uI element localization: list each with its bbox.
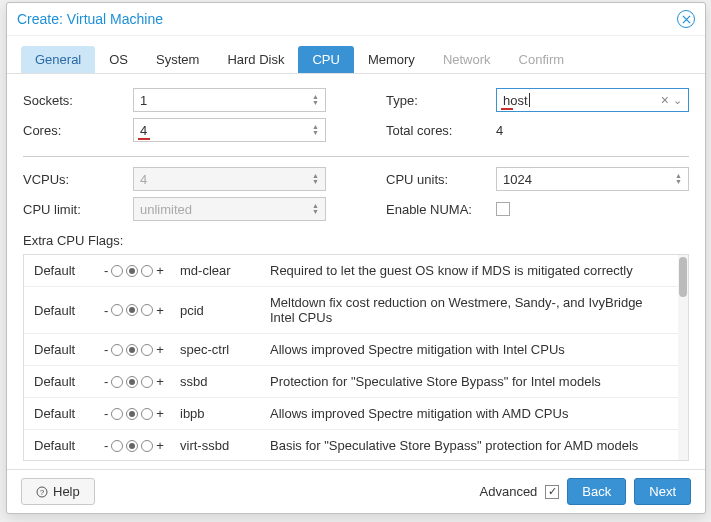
- flag-desc: Allows improved Spectre mitigation with …: [270, 342, 668, 357]
- dialog-footer: ? Help Advanced ✓ Back Next: [7, 469, 705, 513]
- flag-row: Default - + spec-ctrl Allows improved Sp…: [24, 334, 678, 366]
- sockets-value: 1: [140, 93, 147, 108]
- enable-numa-label: Enable NUMA:: [386, 202, 486, 217]
- flag-row: Default - + pcid Meltdown fix cost reduc…: [24, 287, 678, 334]
- spinner-icon[interactable]: ▲▼: [312, 94, 319, 106]
- wizard-tabs: General OS System Hard Disk CPU Memory N…: [7, 36, 705, 74]
- cpu-limit-label: CPU limit:: [23, 202, 123, 217]
- back-button[interactable]: Back: [567, 478, 626, 505]
- type-value: host: [503, 93, 528, 108]
- flag-row: Default - + ssbd Protection for "Specula…: [24, 366, 678, 398]
- flag-tri-toggle[interactable]: - +: [104, 342, 180, 357]
- flags-scrollbar[interactable]: [678, 255, 688, 460]
- flag-state: Default: [34, 406, 104, 421]
- help-button[interactable]: ? Help: [21, 478, 95, 505]
- cpu-units-input[interactable]: 1024 ▲▼: [496, 167, 689, 191]
- flag-tri-toggle[interactable]: - +: [104, 263, 180, 278]
- dialog-title: Create: Virtual Machine: [17, 11, 163, 27]
- flag-tri-toggle[interactable]: - +: [104, 406, 180, 421]
- clear-icon[interactable]: ×: [661, 92, 673, 108]
- cores-input[interactable]: 4 ▲▼: [133, 118, 326, 142]
- flag-name: ibpb: [180, 406, 270, 421]
- back-label: Back: [582, 484, 611, 499]
- flag-desc: Basis for "Speculative Store Bypass" pro…: [270, 438, 668, 453]
- flag-row: Default - + md-clear Required to let the…: [24, 255, 678, 287]
- close-icon: [682, 15, 691, 24]
- flag-state: Default: [34, 438, 104, 453]
- next-label: Next: [649, 484, 676, 499]
- sockets-label: Sockets:: [23, 93, 123, 108]
- tab-system[interactable]: System: [142, 46, 213, 73]
- cpu-units-label: CPU units:: [386, 172, 486, 187]
- flag-desc: Required to let the guest OS know if MDS…: [270, 263, 668, 278]
- spinner-icon[interactable]: ▲▼: [312, 173, 319, 185]
- scrollbar-thumb[interactable]: [679, 257, 687, 297]
- flag-tri-toggle[interactable]: - +: [104, 438, 180, 453]
- chevron-down-icon[interactable]: ⌄: [673, 94, 682, 107]
- tab-cpu[interactable]: CPU: [298, 46, 353, 73]
- type-label: Type:: [386, 93, 486, 108]
- spinner-icon[interactable]: ▲▼: [312, 124, 319, 136]
- cpu-limit-input[interactable]: unlimited ▲▼: [133, 197, 326, 221]
- enable-numa-checkbox[interactable]: [496, 202, 510, 216]
- tab-network: Network: [429, 46, 505, 73]
- advanced-cpu-grid: VCPUs: 4 ▲▼ CPU units: 1024 ▲▼ CPU limit…: [23, 167, 689, 221]
- titlebar: Create: Virtual Machine: [7, 3, 705, 36]
- basic-cpu-grid: Sockets: 1 ▲▼ Type: host × ⌄ Cores: 4 ▲▼…: [23, 88, 689, 142]
- advanced-checkbox[interactable]: ✓: [545, 485, 559, 499]
- tab-memory[interactable]: Memory: [354, 46, 429, 73]
- flag-tri-toggle[interactable]: - +: [104, 303, 180, 318]
- flag-row: Default - + ibpb Allows improved Spectre…: [24, 398, 678, 430]
- vcpus-label: VCPUs:: [23, 172, 123, 187]
- help-icon: ?: [36, 486, 48, 498]
- flag-desc: Protection for "Speculative Store Bypass…: [270, 374, 668, 389]
- next-button[interactable]: Next: [634, 478, 691, 505]
- flag-state: Default: [34, 374, 104, 389]
- tab-os[interactable]: OS: [95, 46, 142, 73]
- vcpus-input[interactable]: 4 ▲▼: [133, 167, 326, 191]
- flag-state: Default: [34, 342, 104, 357]
- help-label: Help: [53, 484, 80, 499]
- divider: [23, 156, 689, 157]
- total-cores-label: Total cores:: [386, 123, 486, 138]
- cpu-units-value: 1024: [503, 172, 532, 187]
- spinner-icon[interactable]: ▲▼: [675, 173, 682, 185]
- flag-name: spec-ctrl: [180, 342, 270, 357]
- flag-row: Default - + virt-ssbd Basis for "Specula…: [24, 430, 678, 460]
- vcpus-value: 4: [140, 172, 147, 187]
- close-button[interactable]: [677, 10, 695, 28]
- svg-text:?: ?: [40, 488, 45, 497]
- cpu-type-combobox[interactable]: host × ⌄: [496, 88, 689, 112]
- flag-state: Default: [34, 303, 104, 318]
- flag-name: pcid: [180, 303, 270, 318]
- cpu-limit-value: unlimited: [140, 202, 192, 217]
- flag-state: Default: [34, 263, 104, 278]
- flag-desc: Meltdown fix cost reduction on Westmere,…: [270, 295, 668, 325]
- tab-confirm: Confirm: [505, 46, 579, 73]
- flag-tri-toggle[interactable]: - +: [104, 374, 180, 389]
- total-cores-value: 4: [496, 123, 689, 138]
- tab-general[interactable]: General: [21, 46, 95, 73]
- sockets-input[interactable]: 1 ▲▼: [133, 88, 326, 112]
- cores-value: 4: [140, 123, 147, 138]
- flags-table: Default - + md-clear Required to let the…: [24, 255, 678, 460]
- flag-name: virt-ssbd: [180, 438, 270, 453]
- flag-name: ssbd: [180, 374, 270, 389]
- spinner-icon[interactable]: ▲▼: [312, 203, 319, 215]
- flag-name: md-clear: [180, 263, 270, 278]
- cores-label: Cores:: [23, 123, 123, 138]
- content-area: Sockets: 1 ▲▼ Type: host × ⌄ Cores: 4 ▲▼…: [7, 74, 705, 469]
- advanced-label: Advanced: [480, 484, 538, 499]
- extra-flags-label: Extra CPU Flags:: [23, 233, 689, 248]
- tab-hard-disk[interactable]: Hard Disk: [213, 46, 298, 73]
- extra-flags-panel: Default - + md-clear Required to let the…: [23, 254, 689, 461]
- flag-desc: Allows improved Spectre mitigation with …: [270, 406, 668, 421]
- create-vm-dialog: Create: Virtual Machine General OS Syste…: [6, 2, 706, 514]
